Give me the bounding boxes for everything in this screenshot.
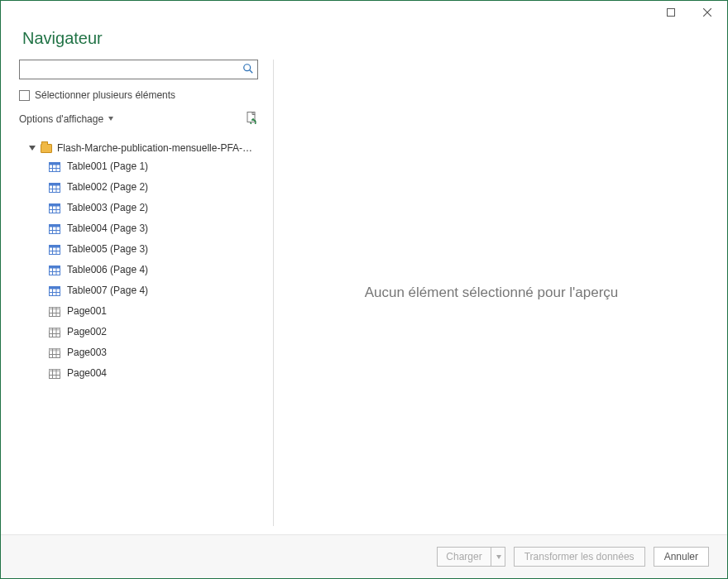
svg-point-1 — [244, 65, 251, 71]
load-button[interactable]: Charger — [437, 547, 505, 567]
page-table-icon — [49, 307, 60, 317]
tree-item-label: Page003 — [67, 346, 107, 360]
svg-rect-55 — [50, 369, 60, 371]
transform-button[interactable]: Transformer les données — [514, 547, 645, 567]
close-button[interactable] — [689, 1, 726, 24]
tree-item[interactable]: Table003 (Page 2) — [19, 198, 258, 218]
svg-rect-5 — [50, 162, 60, 165]
tree-item[interactable]: Table002 (Page 2) — [19, 177, 258, 198]
tree-item-label: Page002 — [67, 325, 107, 339]
svg-rect-45 — [50, 328, 60, 330]
cancel-button-label: Annuler — [664, 551, 698, 562]
tree-item-label: Table003 (Page 2) — [67, 201, 148, 215]
cancel-button[interactable]: Annuler — [654, 547, 709, 567]
tree-item[interactable]: Table006 (Page 4) — [19, 260, 258, 280]
transform-button-label: Transformer les données — [524, 551, 635, 562]
tree-item[interactable]: Table001 (Page 1) — [19, 156, 258, 177]
table-icon — [49, 162, 60, 172]
tree-item[interactable]: Page001 — [19, 301, 258, 322]
navigator-panel: Sélectionner plusieurs éléments Options … — [19, 60, 274, 526]
page-table-icon — [49, 369, 60, 379]
tree-item-label: Page001 — [67, 304, 107, 318]
refresh-button[interactable] — [245, 111, 258, 127]
svg-rect-20 — [50, 224, 60, 227]
dialog-body: Sélectionner plusieurs éléments Options … — [1, 60, 727, 534]
tree-item-label: Table001 (Page 1) — [67, 160, 148, 174]
svg-line-2 — [250, 70, 253, 74]
load-button-dropdown[interactable] — [491, 547, 505, 567]
tree-item-label: Table004 (Page 3) — [67, 222, 148, 236]
svg-rect-50 — [50, 348, 60, 351]
tree-item-label: Page004 — [67, 366, 107, 380]
chevron-down-icon — [496, 555, 501, 559]
svg-rect-0 — [668, 9, 675, 17]
tree-item-label: Table002 (Page 2) — [67, 180, 148, 194]
tree-root[interactable]: Flash-Marche-publication-mensuelle-PFA-0… — [19, 140, 258, 156]
tree-item[interactable]: Table004 (Page 3) — [19, 218, 258, 239]
preview-panel: Aucun élément sélectionné pour l'aperçu — [274, 60, 709, 526]
table-icon — [49, 286, 60, 296]
expander-icon[interactable] — [29, 146, 36, 151]
load-button-main[interactable]: Charger — [437, 547, 490, 567]
tree-children: Table001 (Page 1)Table002 (Page 2)Table0… — [19, 156, 258, 384]
svg-rect-35 — [50, 286, 60, 289]
tree-item[interactable]: Table005 (Page 3) — [19, 239, 258, 260]
page-table-icon — [49, 348, 60, 358]
table-icon — [49, 203, 60, 213]
svg-rect-25 — [50, 245, 60, 247]
page-table-icon — [49, 328, 60, 337]
multiselect-checkbox[interactable] — [19, 90, 30, 101]
tree-item[interactable]: Page002 — [19, 322, 258, 342]
navigator-tree: Flash-Marche-publication-mensuelle-PFA-0… — [19, 136, 258, 518]
svg-rect-15 — [50, 203, 60, 206]
search-wrap — [19, 60, 258, 79]
display-options-dropdown[interactable]: Options d'affichage — [19, 113, 113, 125]
table-icon — [49, 183, 60, 193]
svg-rect-10 — [50, 183, 60, 185]
table-icon — [49, 266, 60, 275]
tree-root-label: Flash-Marche-publication-mensuelle-PFA-0… — [57, 142, 256, 154]
tree-item[interactable]: Page004 — [19, 363, 258, 384]
search-icon[interactable] — [242, 63, 254, 77]
folder-icon — [41, 144, 52, 153]
svg-rect-30 — [50, 266, 60, 268]
tree-item-label: Table005 (Page 3) — [67, 242, 148, 256]
maximize-icon — [667, 8, 675, 17]
multiselect-row[interactable]: Sélectionner plusieurs éléments — [19, 88, 258, 103]
display-options-row: Options d'affichage — [19, 109, 258, 128]
search-input[interactable] — [19, 60, 258, 79]
tree-item-label: Table006 (Page 4) — [67, 263, 148, 277]
tree-item-label: Table007 (Page 4) — [67, 284, 148, 298]
multiselect-label: Sélectionner plusieurs éléments — [35, 89, 175, 101]
preview-empty-message: Aucun élément sélectionné pour l'aperçu — [365, 285, 619, 301]
dialog-title: Navigateur — [1, 24, 727, 60]
table-icon — [49, 224, 60, 234]
load-button-label: Charger — [446, 551, 481, 562]
dialog-footer: Charger Transformer les données Annuler — [1, 534, 727, 578]
titlebar — [1, 1, 727, 24]
close-icon — [703, 8, 711, 17]
display-options-label: Options d'affichage — [19, 113, 103, 125]
tree-item[interactable]: Page003 — [19, 342, 258, 363]
maximize-button[interactable] — [653, 1, 689, 24]
tree-item[interactable]: Table007 (Page 4) — [19, 280, 258, 301]
navigator-dialog: Navigateur Sélectionner plusieurs élémen… — [0, 0, 728, 579]
table-icon — [49, 245, 60, 255]
svg-rect-40 — [50, 307, 60, 309]
chevron-down-icon — [108, 117, 113, 121]
